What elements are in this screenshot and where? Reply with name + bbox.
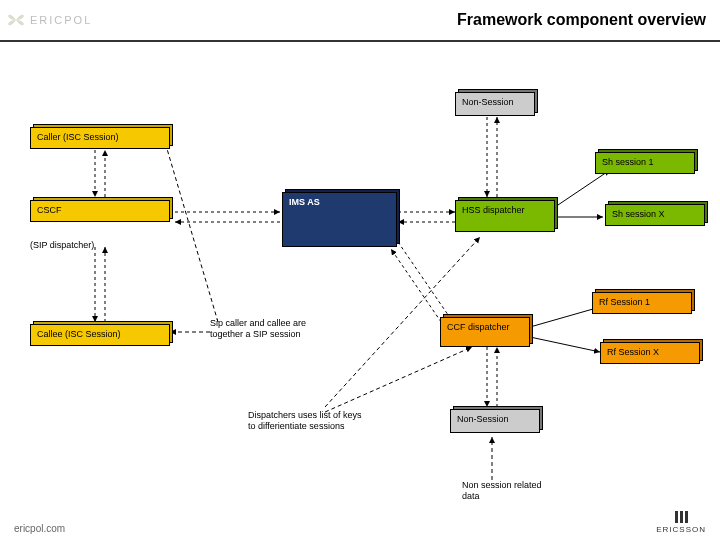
box-rf-session-1: Rf Session 1	[592, 292, 692, 314]
box-hss-dispatcher: HSS dispatcher	[455, 200, 555, 232]
box-ims-as: IMS AS	[282, 192, 397, 247]
diagram-canvas: Non-Session Caller (ISC Session) Sh sess…	[0, 42, 720, 512]
note-sip-session: Sip caller and callee are together a SIP…	[210, 318, 310, 340]
label-sip-dispatcher: (SIP dispatcher)	[30, 240, 94, 251]
box-sh-session-x: Sh session X	[605, 204, 705, 226]
ericsson-bars-icon	[675, 511, 688, 523]
note-dispatchers-keys: Dispatchers uses list of keys to differi…	[248, 410, 368, 432]
box-callee: Callee (ISC Session)	[30, 324, 170, 346]
header-bar: ERICPOL Framework component overview	[0, 0, 720, 42]
connector-lines	[0, 42, 720, 512]
box-cscf: CSCF	[30, 200, 170, 222]
box-sh-session-1: Sh session 1	[595, 152, 695, 174]
box-rf-session-x: Rf Session X	[600, 342, 700, 364]
box-non-session-top: Non-Session	[455, 92, 535, 116]
ericsson-text: ERICSSON	[656, 525, 706, 534]
box-caller: Caller (ISC Session)	[30, 127, 170, 149]
footer-url: ericpol.com	[14, 523, 65, 534]
note-non-session-data: Non session related data	[462, 480, 542, 502]
ericsson-logo: ERICSSON	[656, 511, 706, 534]
page-title: Framework component overview	[457, 11, 706, 29]
brand-logo: ERICPOL	[6, 10, 92, 30]
box-ccf-dispatcher: CCF dispatcher	[440, 317, 530, 347]
brand-text: ERICPOL	[30, 14, 92, 26]
butterfly-icon	[6, 10, 26, 30]
box-non-session-bottom: Non-Session	[450, 409, 540, 433]
